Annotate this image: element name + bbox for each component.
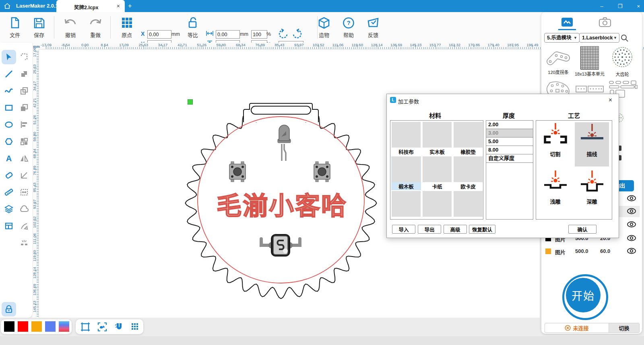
fit-selection-icon[interactable] <box>97 322 107 332</box>
palette-orange[interactable] <box>31 321 42 332</box>
vectorize-tool[interactable] <box>17 219 31 233</box>
dialog-close-icon[interactable]: × <box>609 97 612 104</box>
rotate-cw-button[interactable] <box>291 28 303 39</box>
subtract-tool[interactable] <box>17 101 31 115</box>
material-rubber[interactable]: 橡胶垫 <box>453 122 483 156</box>
search-icon[interactable] <box>620 34 629 43</box>
save-button[interactable]: 保存 <box>30 17 48 39</box>
library-item-bent-bar[interactable]: 120度拐条 <box>544 49 573 75</box>
module-select[interactable]: 5.乐造模块▼ <box>544 33 580 43</box>
window-minimize-button[interactable]: – <box>601 3 603 9</box>
origin-button[interactable]: 原点 <box>118 17 136 39</box>
thickness-option[interactable]: 8.00 <box>486 146 533 154</box>
thickness-option[interactable]: 5.00 <box>486 138 533 146</box>
rectangle-tool[interactable] <box>2 101 16 115</box>
dimension-tool[interactable] <box>17 185 31 199</box>
measure-tool[interactable] <box>2 185 16 199</box>
medal-text-object[interactable]: 毛湔小客哈 <box>217 186 345 222</box>
home-icon[interactable] <box>3 2 12 10</box>
layer-row[interactable]: 图片 500.0 60.0 <box>544 246 640 257</box>
thickness-option[interactable]: 2.00 <box>486 121 533 129</box>
switch-device-button[interactable]: 切换 <box>609 323 639 333</box>
thickness-option-custom[interactable]: 自定义厚度 <box>486 154 533 163</box>
eye-icon[interactable] <box>627 221 636 228</box>
break-apart-tool[interactable] <box>17 236 31 250</box>
material-techfabric[interactable]: 科技布 <box>391 122 421 156</box>
palette-gradient[interactable] <box>59 321 69 332</box>
start-button[interactable]: 开始 <box>562 274 608 320</box>
library-item-base-unit[interactable]: 18x13基本单元 <box>574 46 606 77</box>
layers-tool[interactable] <box>2 202 16 216</box>
intersect-tool[interactable] <box>17 84 31 98</box>
help-button[interactable]: ? 帮助 <box>339 17 359 39</box>
ratio-lock-button[interactable]: 等比 <box>184 17 202 39</box>
window-maximize-button[interactable]: ❐ <box>618 3 623 9</box>
align-tool[interactable] <box>17 117 31 132</box>
lock-tool[interactable] <box>2 302 16 316</box>
ellipse-tool[interactable] <box>2 117 16 132</box>
rotate-ccw-button[interactable] <box>278 28 289 39</box>
weld-tool[interactable] <box>17 202 31 216</box>
library-item-big-gear[interactable]: 大齿轮 <box>607 46 638 77</box>
push-button-left[interactable] <box>228 161 247 183</box>
line-tool[interactable] <box>2 67 16 81</box>
marquee-tool[interactable] <box>17 50 31 64</box>
redo-button[interactable]: 重做 <box>86 17 105 39</box>
mirror-tool[interactable] <box>17 151 31 166</box>
export-button[interactable]: 导出 <box>418 225 441 234</box>
eye-icon[interactable] <box>627 195 636 202</box>
connection-status[interactable]: 未连接 <box>545 323 609 333</box>
confirm-button[interactable]: 确认 <box>568 225 597 234</box>
material-cardstock[interactable]: 卡纸 <box>422 156 452 190</box>
library-select[interactable]: 1.Laserblock▼ <box>579 33 619 43</box>
led-component[interactable] <box>272 121 297 165</box>
material-basswood-selected[interactable]: 椴木板 <box>391 156 421 190</box>
create-button[interactable]: 造物 <box>314 17 334 39</box>
gallery-tab[interactable] <box>561 17 574 27</box>
craft-cut[interactable]: 切割 <box>538 122 572 166</box>
union-tool[interactable] <box>17 67 31 81</box>
x-input[interactable] <box>147 30 171 39</box>
new-tab-button[interactable]: + <box>128 2 132 10</box>
advanced-button[interactable]: 高级 <box>444 225 467 234</box>
photoresistor-component[interactable] <box>258 233 303 259</box>
undo-button[interactable]: 撤销 <box>61 17 80 39</box>
material-row3[interactable] <box>422 191 452 217</box>
tab-close-icon[interactable]: × <box>117 3 120 9</box>
material-leather[interactable]: 欧卡皮 <box>453 156 483 190</box>
group-tool[interactable] <box>17 134 31 149</box>
thickness-option-selected[interactable]: 3.00 <box>486 129 533 138</box>
eraser-tool[interactable] <box>2 168 16 183</box>
select-tool[interactable] <box>2 50 16 64</box>
feedback-button[interactable]: 反馈 <box>363 17 383 39</box>
import-button[interactable]: 导入 <box>392 225 415 234</box>
table-tool[interactable] <box>2 219 16 233</box>
file-button[interactable]: 文件 <box>6 17 24 39</box>
craft-shallow-engrave[interactable]: 浅雕 <box>538 170 572 214</box>
material-solidwood[interactable]: 实木板 <box>422 122 452 156</box>
grid-icon[interactable] <box>130 322 140 332</box>
palette-black[interactable] <box>4 321 14 332</box>
palette-red[interactable] <box>18 321 28 332</box>
restore-defaults-button[interactable]: 恢复默认 <box>469 225 495 234</box>
angle-tool[interactable] <box>17 168 31 183</box>
width-input[interactable] <box>216 30 240 39</box>
text-tool[interactable]: A <box>2 151 16 166</box>
document-tab[interactable]: 奖牌2.lcpx × <box>56 0 125 12</box>
eye-icon[interactable] <box>627 207 636 215</box>
craft-engrave-line-selected[interactable]: 描线 <box>575 122 609 166</box>
eye-icon[interactable] <box>627 247 636 255</box>
eye-icon[interactable] <box>627 234 636 242</box>
craft-deep-engrave[interactable]: 深雕 <box>575 170 609 214</box>
frame-icon[interactable] <box>80 322 90 332</box>
push-button-right[interactable] <box>312 161 332 183</box>
polygon-tool[interactable] <box>2 134 16 149</box>
palette-blue[interactable] <box>45 321 56 332</box>
material-row3[interactable] <box>391 191 421 217</box>
snap-magnet-icon[interactable] <box>114 322 124 332</box>
curve-tool[interactable] <box>2 84 16 98</box>
material-row3[interactable] <box>453 191 483 217</box>
layer-color-swatch[interactable] <box>545 248 551 254</box>
window-close-button[interactable]: × <box>637 3 640 9</box>
hanger-slot-shape[interactable] <box>251 106 311 114</box>
